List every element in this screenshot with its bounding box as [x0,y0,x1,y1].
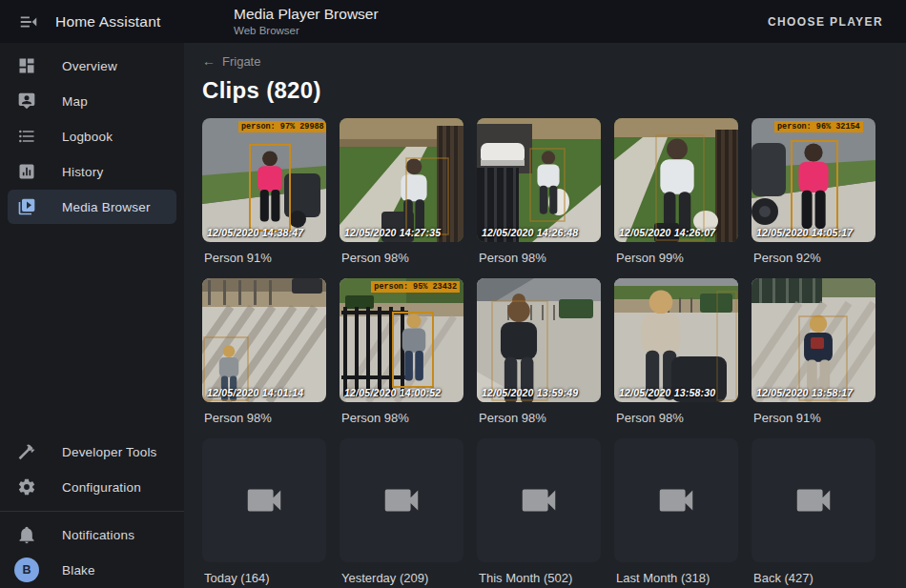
folder-thumbnail [340,438,463,562]
clip-item[interactable]: 12/05/2020 14:26:48 Person 98% [477,118,601,278]
clip-thumbnail: person: 97% 29988 12/05/2020 14:38:47 [202,118,326,242]
breadcrumb-label: Frigate [222,54,260,69]
clip-label: Person 98% [616,411,738,425]
clip-timestamp: 12/05/2020 14:00:52 [344,387,441,398]
sidebar-item-notifications[interactable]: Notifications [8,517,176,552]
media-player-title: Media Player Browser [234,6,379,23]
folder-item-today[interactable]: Today (164) [202,438,326,588]
map-account-icon [17,91,36,111]
media-player-header: Media Player Browser Web Browser [234,6,379,37]
sidebar-item-label: Overview [62,59,117,73]
folder-thumbnail [477,438,601,562]
folder-label: Today (164) [204,571,326,585]
gear-icon [17,477,36,497]
clip-label: Person 91% [753,411,875,425]
folder-thumbnail [752,438,875,562]
folder-label: Last Month (318) [616,571,738,585]
sidebar-item-label: Configuration [62,480,141,495]
clip-timestamp: 12/05/2020 14:26:07 [619,227,715,238]
clip-item[interactable]: 12/05/2020 14:26:07 Person 99% [614,118,738,278]
folder-item-last-month[interactable]: Last Month (318) [614,438,738,588]
choose-player-button[interactable]: CHOOSE PLAYER [760,8,891,36]
clips-grid: person: 97% 29988 12/05/2020 14:38:47 Pe… [202,118,906,588]
app-bar-left: Home Assistant [0,10,184,33]
clip-thumbnail: person: 95% 23432 12/05/2020 14:00:52 [340,278,463,402]
sidebar-item-map[interactable]: Map [8,84,176,118]
clip-thumbnail: 12/05/2020 14:27:35 [340,118,463,242]
clip-timestamp: 12/05/2020 13:59:49 [482,387,578,398]
sidebar-item-label: Map [62,94,88,109]
clip-label: Person 91% [204,251,326,265]
sidebar-item-media-browser[interactable]: Media Browser [8,190,176,224]
clip-timestamp: 12/05/2020 14:26:48 [482,227,578,238]
clip-label: Person 99% [616,251,738,265]
detection-badge: person: 96% 32154 [774,121,863,132]
video-icon [380,478,423,522]
clip-timestamp: 12/05/2020 14:05:17 [756,227,853,238]
breadcrumb[interactable]: ← Frigate [202,53,260,69]
clip-label: Person 92% [753,251,875,265]
clip-thumbnail: 12/05/2020 13:58:17 [752,278,875,402]
video-icon [242,478,286,522]
clip-timestamp: 12/05/2020 13:58:30 [619,387,715,398]
folder-item-back[interactable]: Back (427) [752,438,875,588]
clip-thumbnail: 12/05/2020 14:01:14 [202,278,326,402]
list-icon [17,127,36,146]
app-title: Home Assistant [55,13,160,30]
sidebar-item-overview[interactable]: Overview [8,49,176,83]
sidebar-item-label: Notifications [62,528,134,542]
clip-label: Person 98% [341,411,463,425]
video-icon [517,478,561,522]
clip-thumbnail: 12/05/2020 14:26:07 [614,118,738,242]
folder-label: Back (427) [753,571,875,585]
detection-badge: person: 95% 23432 [371,281,460,293]
sidebar-item-history[interactable]: History [8,154,176,189]
folder-item-yesterday[interactable]: Yesterday (209) [340,438,463,588]
dashboard-icon [17,56,36,75]
bell-icon [17,525,36,544]
clip-timestamp: 12/05/2020 13:58:17 [756,387,853,398]
sidebar: Overview Map Logbook History Media Brows… [0,43,184,588]
clip-item[interactable]: person: 97% 29988 12/05/2020 14:38:47 Pe… [202,118,326,278]
clip-item[interactable]: 12/05/2020 14:27:35 Person 98% [340,118,463,278]
video-icon [654,478,698,522]
sidebar-item-configuration[interactable]: Configuration [8,470,176,504]
clip-label: Person 98% [341,251,463,265]
clip-thumbnail: 12/05/2020 13:59:49 [477,278,601,402]
sidebar-item-label: Logbook [62,130,113,144]
video-icon [792,478,835,522]
sidebar-item-label: History [62,165,103,179]
folder-label: Yesterday (209) [341,571,463,585]
app-bar: Home Assistant Media Player Browser Web … [0,0,906,43]
folder-thumbnail [202,438,326,562]
clip-label: Person 98% [479,251,601,265]
sidebar-item-developer-tools[interactable]: Developer Tools [8,435,176,469]
clip-item[interactable]: 12/05/2020 13:58:17 Person 91% [752,278,875,438]
folder-label: This Month (502) [479,571,601,585]
chart-box-icon [17,162,36,181]
sidebar-spacer [0,225,184,435]
folder-item-this-month[interactable]: This Month (502) [477,438,601,588]
page-title: Clips (820) [202,77,906,104]
clip-timestamp: 12/05/2020 14:38:47 [207,227,303,238]
clip-item[interactable]: 12/05/2020 13:58:30 Person 98% [614,278,738,438]
clip-thumbnail: person: 96% 32154 12/05/2020 14:05:17 [752,118,875,242]
sidebar-divider [0,511,184,512]
avatar: B [14,558,39,582]
main-content: ← Frigate Clips (820) person: 97 [184,43,906,588]
play-box-multiple-icon [17,197,36,216]
clip-item[interactable]: 12/05/2020 13:59:49 Person 98% [477,278,601,438]
clip-thumbnail: 12/05/2020 13:58:30 [614,278,738,402]
clip-timestamp: 12/05/2020 14:01:14 [207,387,303,398]
clip-item[interactable]: person: 96% 32154 12/05/2020 14:05:17 Pe… [752,118,875,278]
sidebar-item-user[interactable]: B Blake [8,553,176,587]
sidebar-item-logbook[interactable]: Logbook [8,119,176,153]
menu-toggle-icon[interactable] [17,10,40,33]
detection-badge: person: 97% 29988 [238,121,326,132]
media-player-subtitle: Web Browser [234,25,379,37]
clip-item[interactable]: 12/05/2020 14:01:14 Person 98% [202,278,326,438]
back-arrow-icon: ← [202,53,216,69]
clip-item[interactable]: person: 95% 23432 12/05/2020 14:00:52 Pe… [340,278,463,438]
clip-label: Person 98% [204,411,326,425]
user-name-label: Blake [62,563,95,578]
